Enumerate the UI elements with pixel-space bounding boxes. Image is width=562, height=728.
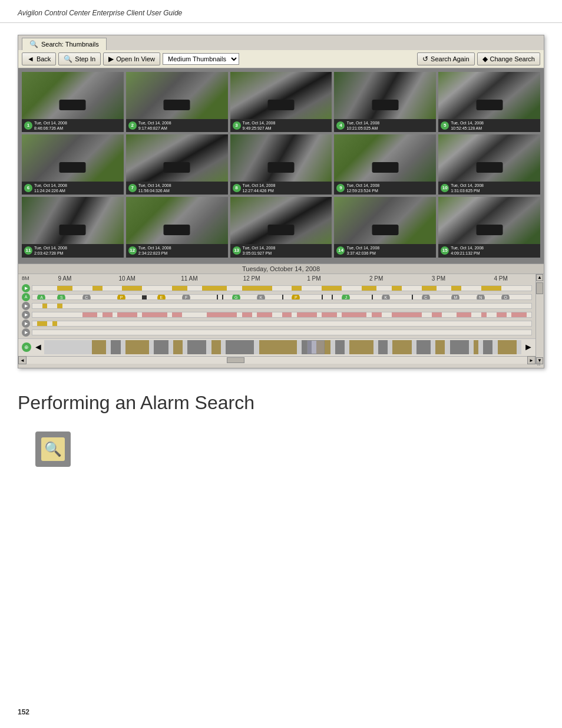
- hour-10am: 10 AM: [96, 275, 158, 282]
- thumbnail-4[interactable]: 4 Tue, Oct 14, 200810:21:05:025 AM: [334, 72, 436, 132]
- track-event: [202, 286, 227, 291]
- content-area: 🔍 Search: Thumbnails ◄ Back 🔍 Step In ▶ …: [0, 23, 562, 479]
- track-event: [172, 286, 187, 291]
- timeline-date-label: Tuesday, October 14, 2008: [242, 265, 320, 272]
- divider: [282, 295, 283, 300]
- marker-n: N: [477, 294, 485, 300]
- thumbnail-1[interactable]: 1 Tue, Oct 14, 20088:46:06:726 AM: [22, 72, 124, 132]
- page-number: 152: [18, 708, 29, 716]
- track-icon-5: ▶: [22, 319, 30, 328]
- thumb-num-6: 6: [24, 184, 32, 192]
- search-thumbnails-tab[interactable]: 🔍 Search: Thumbnails: [22, 38, 107, 50]
- marker-g: G: [232, 294, 240, 300]
- thumb-num-15: 15: [441, 246, 449, 255]
- track-event: [392, 286, 402, 291]
- hour-12pm: 12 PM: [220, 275, 283, 282]
- track-event: [422, 286, 437, 291]
- timeline-minimap: ⊕ ◄: [18, 338, 535, 356]
- track-bar-6[interactable]: [32, 330, 532, 335]
- thumb-image-5: [438, 72, 540, 119]
- track-icon-4: ▶: [22, 311, 30, 319]
- scroll-thumb[interactable]: [227, 357, 244, 363]
- thumb-num-12: 12: [128, 246, 137, 255]
- timeline-track-4: ▶: [22, 311, 532, 319]
- scroll-right-btn[interactable]: ►: [524, 342, 532, 353]
- mini-event: [211, 340, 221, 354]
- thumbnail-13[interactable]: 13 Tue, Oct 14, 20083:05:01:927 PM: [230, 197, 332, 257]
- thumbnail-7[interactable]: 7 Tue, Oct 14, 200811:56:04:326 AM: [126, 134, 228, 195]
- track-bar-4[interactable]: [32, 312, 532, 318]
- track-bar-1[interactable]: [32, 285, 532, 291]
- minimap-thumb[interactable]: [307, 340, 325, 354]
- thumb-label-10: 10 Tue, Oct 14, 20081:31:03:625 PM: [438, 182, 540, 195]
- track-event: [342, 312, 366, 317]
- mini-event: [187, 340, 206, 354]
- marker-p2: P: [292, 294, 300, 300]
- hour-3pm: 3 PM: [408, 275, 470, 282]
- page-header: Avigilon Control Center Enterprise Clien…: [0, 0, 562, 23]
- track-bar-5[interactable]: [32, 321, 532, 327]
- thumbnail-11[interactable]: 11 Tue, Oct 14, 20082:03:42:728 PM: [22, 197, 124, 257]
- mini-event: [111, 340, 120, 354]
- thumbnail-14[interactable]: 14 Tue, Oct 14, 20083:37:42:036 PM: [334, 197, 436, 257]
- thumb-time-6: Tue, Oct 14, 200811:24:24:226 AM: [34, 183, 67, 193]
- timeline-area: Tuesday, October 14, 2008 8M 9 AM 10 AM …: [18, 263, 544, 368]
- track-event: [242, 312, 252, 317]
- minimap-content[interactable]: [44, 340, 521, 354]
- horizontal-scrollbar[interactable]: ◄ ►: [18, 356, 535, 364]
- thumbnail-2[interactable]: 2 Tue, Oct 14, 20089:17:46:827 AM: [126, 72, 228, 132]
- track-bar-2[interactable]: A S C P E F G K: [32, 294, 532, 300]
- thumbnail-10[interactable]: 10 Tue, Oct 14, 20081:31:03:625 PM: [438, 134, 540, 195]
- track-event: [362, 286, 376, 291]
- marker-m: M: [451, 294, 459, 300]
- thumbnail-size-select[interactable]: Medium Thumbnails Small Thumbnails Large…: [163, 53, 239, 65]
- thumb-label-11: 11 Tue, Oct 14, 20082:03:42:728 PM: [22, 244, 124, 257]
- track-event: [242, 286, 272, 291]
- step-in-icon: 🔍: [64, 55, 72, 63]
- step-in-label: Step In: [75, 55, 95, 62]
- thumbnail-8[interactable]: 8 Tue, Oct 14, 200812:27:44:426 PM: [230, 134, 332, 195]
- thumbnail-3[interactable]: 3 Tue, Oct 14, 20089:49:25:927 AM: [230, 72, 332, 132]
- mini-event: [416, 340, 431, 354]
- change-search-button[interactable]: ◆ Change Search: [477, 52, 540, 65]
- resize-handle[interactable]: ⠿: [537, 361, 544, 368]
- track-event: [37, 321, 47, 326]
- thumbnail-6[interactable]: 6 Tue, Oct 14, 200811:24:24:226 AM: [22, 134, 124, 195]
- scroll-v-thumb[interactable]: [536, 282, 543, 294]
- thumb-time-13: Tue, Oct 14, 20083:05:01:927 PM: [243, 245, 276, 256]
- divider: [222, 295, 223, 300]
- scroll-right-button[interactable]: ►: [527, 356, 535, 364]
- scroll-left-button[interactable]: ◄: [18, 356, 27, 364]
- thumb-image-15: [438, 197, 540, 244]
- window-bottom: ⠿: [18, 364, 544, 368]
- thumb-num-10: 10: [441, 184, 449, 192]
- scroll-left-btn[interactable]: ◄: [34, 342, 42, 353]
- thumbnail-5[interactable]: 5 Tue, Oct 14, 200810:52:45:128 AM: [438, 72, 540, 132]
- alarm-search-icon: 🔍: [41, 437, 65, 461]
- track-event: [511, 312, 526, 317]
- tab-search-icon: 🔍: [29, 40, 38, 48]
- zoom-icon[interactable]: ⊕: [22, 342, 31, 352]
- thumb-label-4: 4 Tue, Oct 14, 200810:21:05:025 AM: [334, 119, 436, 132]
- thumb-label-5: 5 Tue, Oct 14, 200810:52:45:128 AM: [438, 119, 540, 132]
- open-in-view-button[interactable]: ▶ Open In View: [103, 52, 160, 65]
- hour-4pm: 4 PM: [470, 275, 532, 282]
- step-in-button[interactable]: 🔍 Step In: [58, 52, 101, 65]
- scroll-v-track[interactable]: [536, 281, 544, 357]
- track-event: [481, 312, 486, 317]
- marker-j: J: [342, 294, 350, 300]
- thumbnail-12[interactable]: 12 Tue, Oct 14, 20082:34:22:823 PM: [126, 197, 228, 257]
- thumbnail-9[interactable]: 9 Tue, Oct 14, 200812:59:23:524 PM: [334, 134, 436, 195]
- change-search-icon: ◆: [482, 55, 488, 63]
- scroll-track[interactable]: [27, 357, 527, 364]
- search-again-button[interactable]: ↺ Search Again: [417, 52, 474, 65]
- thumbnail-15[interactable]: 15 Tue, Oct 14, 20084:09:21:132 PM: [438, 197, 540, 257]
- scroll-up-button[interactable]: ▲: [536, 274, 543, 281]
- tab-label: Search: Thumbnails: [41, 41, 99, 48]
- timeline-with-scroll: 8M 9 AM 10 AM 11 AM 12 PM 1 PM 2 PM 3 PM…: [18, 274, 544, 364]
- thumb-image-9: [334, 134, 436, 182]
- back-button[interactable]: ◄ Back: [22, 52, 56, 65]
- track-bar-3[interactable]: [32, 303, 532, 309]
- thumb-image-10: [438, 134, 540, 182]
- vertical-scrollbar[interactable]: ▲ ▼: [535, 274, 544, 364]
